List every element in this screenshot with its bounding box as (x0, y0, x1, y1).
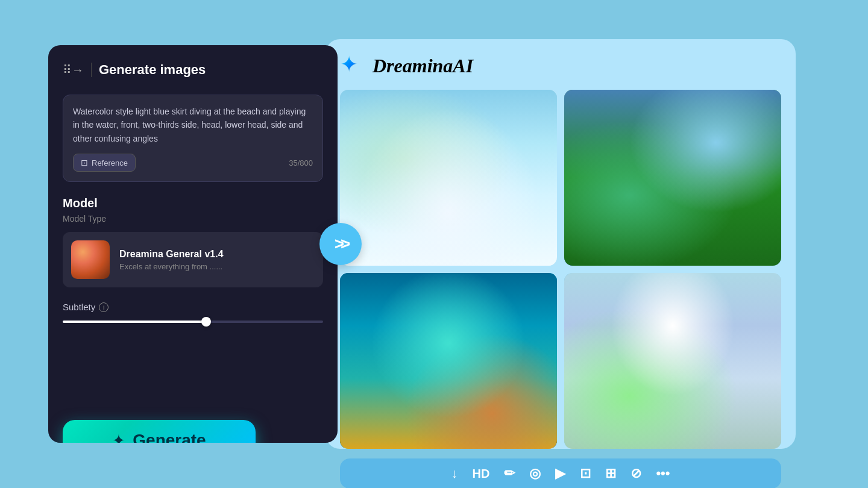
dreamina-logo: ✦ (340, 54, 364, 78)
reference-label: Reference (92, 158, 128, 167)
resize-icon[interactable]: ⊞ (605, 466, 616, 481)
svg-point-36 (681, 180, 689, 191)
svg-point-30 (691, 143, 708, 160)
svg-point-78 (629, 302, 716, 370)
svg-point-83 (655, 360, 665, 372)
subtlety-slider[interactable] (63, 321, 323, 323)
menu-icon[interactable]: ⠿→ (63, 63, 84, 77)
app-title: DreaminaAI (373, 55, 473, 77)
char-count: 35/800 (289, 158, 313, 167)
svg-point-3 (347, 204, 370, 226)
expand-icon[interactable]: ⊡ (580, 466, 591, 481)
svg-rect-43 (340, 274, 557, 448)
model-type-label: Model Type (63, 214, 323, 224)
svg-point-35 (656, 180, 664, 191)
generate-button[interactable]: ✦ Generate (63, 420, 256, 443)
svg-point-33 (652, 176, 668, 195)
svg-point-54 (421, 327, 433, 339)
svg-point-11 (412, 137, 484, 224)
image-toolbar: ↓ HD ✏ ◎ ▶ ⊡ ⊞ ⊘ ••• (340, 458, 781, 488)
svg-rect-73 (760, 341, 772, 386)
svg-rect-74 (564, 398, 781, 448)
generate-text: Generate (133, 431, 206, 443)
model-section: Model Model Type Dreamina General v1.4 E… (63, 196, 323, 287)
download-icon[interactable]: ↓ (451, 466, 458, 481)
svg-point-5 (386, 211, 406, 231)
model-info: Dreamina General v1.4 Excels at everythi… (119, 249, 315, 271)
svg-point-61 (462, 357, 466, 361)
svg-point-14 (452, 174, 470, 194)
hd-button[interactable]: HD (473, 467, 490, 481)
generated-image-4[interactable] (564, 273, 781, 449)
slider-thumb (201, 317, 211, 327)
svg-point-48 (536, 346, 541, 351)
svg-point-17 (436, 180, 440, 183)
svg-point-57 (451, 352, 470, 373)
generated-image-2[interactable] (564, 90, 781, 266)
svg-point-20 (418, 147, 430, 160)
enhance-icon[interactable]: ▶ (555, 466, 565, 481)
svg-point-15 (431, 178, 441, 190)
svg-point-51 (494, 366, 502, 374)
panel-header: ⠿→ Generate images (63, 62, 323, 78)
svg-point-23 (583, 95, 670, 130)
svg-point-12 (406, 119, 491, 187)
chevron-right-icon: >> (335, 234, 347, 254)
image-grid (340, 90, 781, 449)
svg-rect-75 (564, 410, 781, 448)
edit-icon[interactable]: ✏ (504, 466, 515, 481)
svg-point-79 (693, 327, 706, 340)
left-panel: ⠿→ Generate images Watercolor style ligh… (48, 45, 338, 443)
vertical-divider (91, 63, 92, 77)
svg-point-16 (456, 178, 465, 190)
svg-point-81 (652, 356, 669, 376)
svg-point-50 (479, 362, 523, 384)
generate-star-icon: ✦ (112, 431, 125, 443)
svg-point-91 (706, 387, 712, 397)
panel-title: Generate images (99, 62, 206, 78)
svg-point-28 (638, 140, 707, 225)
more-options-icon[interactable]: ••• (656, 466, 670, 481)
expand-arrow-button[interactable]: >> (319, 223, 362, 265)
svg-point-60 (437, 357, 441, 361)
svg-point-59 (455, 355, 467, 369)
svg-point-26 (589, 187, 602, 199)
svg-point-13 (427, 174, 445, 194)
svg-point-7 (523, 187, 541, 205)
svg-rect-69 (700, 336, 713, 386)
svg-point-40 (704, 194, 710, 205)
svg-point-1 (353, 100, 427, 131)
svg-line-88 (636, 380, 637, 391)
svg-point-6 (504, 199, 524, 219)
svg-rect-0 (340, 91, 557, 264)
svg-point-32 (646, 148, 656, 158)
subtlety-section: Subtlety i (63, 302, 323, 323)
svg-point-56 (427, 352, 445, 373)
model-label: Model (63, 196, 323, 210)
svg-point-46 (411, 426, 485, 449)
svg-point-84 (680, 360, 690, 372)
generated-image-1[interactable] (340, 90, 557, 266)
svg-point-68 (660, 280, 716, 305)
svg-point-41 (670, 195, 675, 198)
svg-point-86 (686, 361, 690, 365)
generated-image-3[interactable] (340, 273, 557, 449)
eraser-icon[interactable]: ⊘ (631, 466, 641, 481)
svg-rect-72 (745, 348, 756, 386)
svg-point-29 (632, 122, 714, 187)
right-panel: ✦ DreaminaAI (326, 39, 796, 449)
svg-point-39 (635, 194, 641, 205)
reference-button[interactable]: ⊡ Reference (73, 154, 136, 172)
svg-rect-71 (729, 339, 743, 386)
model-card[interactable]: Dreamina General v1.4 Excels at everythi… (63, 232, 323, 287)
svg-rect-70 (716, 345, 725, 386)
svg-point-45 (486, 421, 554, 449)
style-transfer-icon[interactable]: ◎ (529, 466, 541, 481)
svg-point-37 (661, 181, 664, 184)
prompt-footer: ⊡ Reference 35/800 (73, 154, 313, 172)
svg-point-8 (527, 204, 550, 226)
info-icon[interactable]: i (99, 302, 108, 312)
prompt-text[interactable]: Watercolor style light blue skirt diving… (73, 105, 313, 145)
svg-point-44 (346, 417, 408, 449)
svg-point-80 (703, 337, 712, 347)
